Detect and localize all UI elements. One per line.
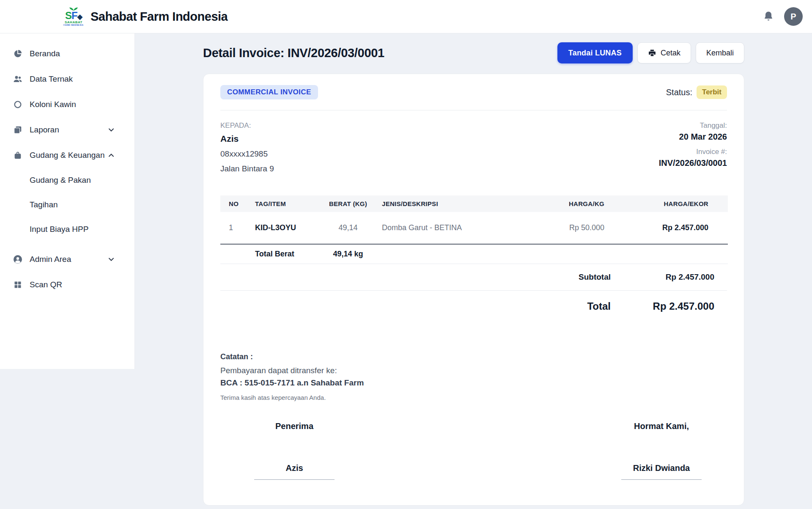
pie-chart-icon: [13, 49, 23, 59]
recipient-name: Azis: [220, 134, 274, 144]
sidebar-item-label: Gudang & Pakan: [30, 176, 91, 185]
commercial-invoice-badge: COMMERCIAL INVOICE: [220, 85, 318, 99]
tandai-lunas-button[interactable]: Tandai LUNAS: [557, 42, 633, 63]
main-content: Detail Invoice: INV/2026/03/0001 Tandai …: [135, 33, 812, 509]
recipient-block: KEPADA: Azis 08xxxx12985 Jalan Bintara 9: [220, 121, 274, 173]
qr-grid-icon: [13, 280, 23, 290]
logo-monogram: SF◆: [65, 11, 82, 21]
subtotal-value: Rp 2.457.000: [611, 272, 714, 282]
logo-subtext: FARM INDONESIA: [63, 25, 83, 27]
sidebar-item-gudang-pakan[interactable]: Gudang & Pakan: [0, 168, 134, 193]
sidebar-item-data-ternak[interactable]: Data Ternak: [0, 66, 134, 92]
notes-bank-account: BCA : 515-015-7171 a.n Sahabat Farm: [220, 378, 727, 388]
signature-sender: Hormat Kami, Rizki Dwianda: [621, 421, 702, 480]
table-header-row: NO TAG/ITEM BERAT (KG) JENIS/DESKRIPSI H…: [220, 195, 728, 212]
sidebar-item-label: Koloni Kawin: [30, 100, 134, 109]
invoice-number-label: Invoice #:: [659, 148, 727, 156]
chevron-down-icon: [107, 255, 116, 264]
signature-recipient-label: Penerima: [254, 421, 335, 431]
recipient-phone: 08xxxx12985: [220, 149, 274, 159]
invoice-number-value: INV/2026/03/0001: [659, 158, 727, 168]
total-row: Total Rp 2.457.000: [220, 291, 727, 322]
invoice-meta-block: Tanggal: 20 Mar 2026 Invoice #: INV/2026…: [659, 121, 727, 173]
cell-tag-item: KID-L3OYU: [255, 212, 318, 244]
cell-jenis: Domba Garut - BETINA: [378, 212, 509, 244]
sidebar: Beranda Data Ternak Koloni Kawin Laporan…: [0, 33, 135, 369]
invoice-card: COMMERCIAL INVOICE Status: Terbit KEPADA…: [203, 74, 744, 506]
kembali-button[interactable]: Kembali: [696, 42, 744, 63]
sidebar-item-label: Input Biaya HPP: [30, 225, 88, 234]
printer-icon: [648, 49, 656, 57]
total-berat-label: Total Berat: [255, 244, 318, 264]
chevron-down-icon: [107, 125, 116, 135]
notes-block: Catatan : Pembayaran dapat ditransfer ke…: [220, 352, 727, 401]
logo-text: SAHABAT: [65, 21, 82, 24]
tanggal-label: Tanggal:: [659, 121, 727, 130]
sidebar-item-label: Admin Area: [30, 255, 107, 264]
sidebar-item-scan-qr[interactable]: Scan QR: [0, 272, 134, 297]
brand-logo: SF◆ SAHABAT FARM INDONESIA: [63, 6, 85, 27]
bell-icon: [763, 10, 774, 22]
notes-title: Catatan :: [220, 352, 727, 361]
brand-title: Sahabat Farm Indonesia: [91, 10, 228, 24]
sidebar-item-label: Scan QR: [30, 280, 134, 289]
chevron-up-icon: [107, 151, 116, 160]
sidebar-item-label: Laporan: [30, 125, 107, 135]
recipient-address: Jalan Bintara 9: [220, 164, 274, 173]
divider: [220, 110, 727, 110]
cell-no: 1: [220, 212, 255, 244]
column-header-harga-ekor: HARGA/EKOR: [604, 195, 728, 212]
sidebar-item-label: Beranda: [30, 49, 134, 58]
page-actions: Tandai LUNAS Cetak Kembali: [557, 42, 744, 63]
cetak-button[interactable]: Cetak: [637, 42, 691, 63]
column-header-berat: BERAT (KG): [318, 195, 378, 212]
kepada-label: KEPADA:: [220, 121, 274, 130]
page-head: Detail Invoice: INV/2026/03/0001 Tandai …: [203, 42, 744, 63]
signatures: Penerima Azis Hormat Kami, Rizki Dwianda: [220, 421, 727, 480]
total-berat-row: Total Berat 49,14 kg: [220, 244, 728, 264]
signature-recipient-name: Azis: [254, 463, 335, 480]
notes-transfer-line: Pembayaran dapat ditransfer ke:: [220, 366, 727, 375]
total-berat-value: 49,14 kg: [318, 244, 378, 264]
table-row: 1 KID-L3OYU 49,14 Domba Garut - BETINA R…: [220, 212, 728, 244]
page-title: Detail Invoice: INV/2026/03/0001: [203, 46, 384, 60]
circle-icon: [13, 99, 23, 110]
cetak-button-label: Cetak: [661, 49, 680, 58]
bag-icon: [13, 150, 23, 160]
column-header-harga-kg: HARGA/KG: [509, 195, 604, 212]
sidebar-item-input-biaya-hpp[interactable]: Input Biaya HPP: [0, 217, 134, 242]
notifications-button[interactable]: [762, 10, 775, 23]
subtotal-row: Subtotal Rp 2.457.000: [220, 264, 727, 291]
sidebar-item-gudang-keuangan[interactable]: Gudang & Keuangan: [0, 143, 134, 168]
signature-sender-label: Hormat Kami,: [621, 421, 702, 431]
status-label: Status:: [666, 88, 692, 97]
notes-thankyou: Terima kasih atas kepercayaan Anda.: [220, 394, 727, 401]
sidebar-item-koloni-kawin[interactable]: Koloni Kawin: [0, 92, 134, 117]
sidebar-item-label: Tagihan: [30, 200, 58, 209]
cell-harga-ekor: Rp 2.457.000: [604, 212, 728, 244]
column-header-tag-item: TAG/ITEM: [255, 195, 318, 212]
sidebar-item-label: Data Ternak: [30, 74, 134, 84]
users-icon: [13, 74, 23, 84]
sidebar-item-label: Gudang & Keuangan: [30, 151, 107, 160]
column-header-jenis: JENIS/DESKRIPSI: [378, 195, 509, 212]
stack-icon: [13, 125, 23, 135]
subtotal-label: Subtotal: [507, 272, 611, 282]
status-badge: Terbit: [697, 85, 727, 99]
signature-recipient: Penerima Azis: [254, 421, 335, 480]
app-header: SF◆ SAHABAT FARM INDONESIA Sahabat Farm …: [0, 0, 812, 33]
avatar[interactable]: P: [784, 7, 803, 26]
total-value: Rp 2.457.000: [611, 300, 714, 312]
cell-berat: 49,14: [318, 212, 378, 244]
sidebar-item-beranda[interactable]: Beranda: [0, 41, 134, 66]
tanggal-value: 20 Mar 2026: [659, 132, 727, 142]
user-circle-icon: [13, 254, 23, 264]
column-header-no: NO: [220, 195, 255, 212]
total-label: Total: [507, 300, 611, 312]
sidebar-item-laporan[interactable]: Laporan: [0, 117, 134, 143]
sidebar-item-tagihan[interactable]: Tagihan: [0, 193, 134, 217]
sidebar-item-admin-area[interactable]: Admin Area: [0, 247, 134, 272]
cell-harga-kg: Rp 50.000: [509, 212, 604, 244]
invoice-items-table: NO TAG/ITEM BERAT (KG) JENIS/DESKRIPSI H…: [220, 195, 728, 264]
signature-sender-name: Rizki Dwianda: [621, 463, 702, 480]
